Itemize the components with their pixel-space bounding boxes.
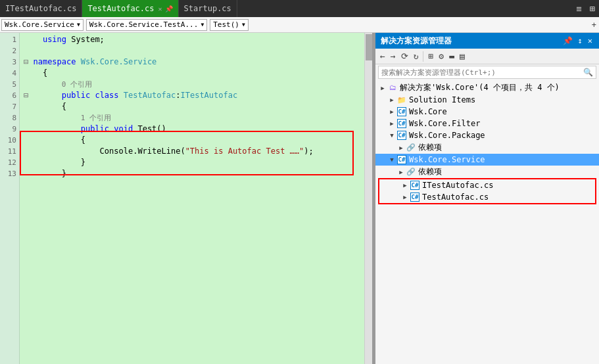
testautofac-arrow[interactable]: ▶ [400,194,410,200]
tree-wsk-service[interactable]: ▼ C# Wsk.Core.Service [375,154,599,166]
deps-package-arrow[interactable]: ▶ [396,145,406,151]
solution-items-label: Solution Items [409,95,475,104]
code-line-12: } [24,157,364,168]
scrollbar-thumb[interactable] [366,34,372,60]
close-panel-btn[interactable]: ✕ [587,36,594,45]
wsk-filter-arrow[interactable]: ▶ [387,120,396,127]
se-refresh-btn[interactable]: ↻ [412,51,421,61]
wsk-service-icon: C# [396,154,407,165]
wsk-package-icon: C# [396,130,407,141]
file-label: Wsk.Core.Service.TestA... [89,20,199,29]
wsk-filter-icon: C# [396,118,407,129]
wsk-core-arrow[interactable]: ▶ [387,108,396,115]
line-7: 7 [0,101,16,112]
se-toolbar: ← → ⟳ ↻ ⊞ ⚙ ▬ ▤ [375,49,599,64]
tree-solution-root[interactable]: ▶ 🗂 解决方案'Wsk.Core'(4 个项目，共 4 个) [375,81,599,94]
code-line-7: { [24,101,364,112]
se-files-red-box: ▶ C# ITestAutofac.cs ▶ C# TestAutofac.cs [378,178,596,204]
itestautofac-arrow[interactable]: ▶ [400,182,410,189]
tree-wsk-filter[interactable]: ▶ C# Wsk.Core.Filter [375,118,599,129]
toolbar-row: Wsk.Core.Service ▼ Wsk.Core.Service.Test… [0,17,599,33]
file-arrow: ▼ [201,22,204,28]
code-line-1: using System; [24,34,364,45]
tree-deps-service[interactable]: ▶ 🔗 依赖项 [375,166,599,178]
se-back-btn[interactable]: ← [378,51,387,61]
header-actions: 📌 ↕ ✕ [562,36,594,45]
close-icon[interactable]: ✕ [158,5,162,12]
deps-package-label: 依赖项 [418,142,442,153]
line-13: 13 [0,168,16,179]
deps-service-icon: 🔗 [406,167,416,177]
tab-testautofac[interactable]: TestAutofac.cs ✕ 📌 [82,0,178,17]
se-expand-btn[interactable]: ▤ [458,51,467,61]
solution-arrow[interactable]: ▶ [378,85,387,91]
se-forward-btn[interactable]: → [389,51,398,61]
tree-wsk-core[interactable]: ▶ C# Wsk.Core [375,106,599,118]
tree-solution-items[interactable]: ▶ 📁 Solution Items [375,94,599,106]
tab-startup-label: Startup.cs [184,4,231,13]
deps-package-icon: 🔗 [406,143,416,153]
code-line-13: } [24,168,364,179]
pin-btn[interactable]: 📌 [562,36,574,45]
se-filter-btn[interactable]: ▬ [447,51,456,61]
tab-itestautofac[interactable]: ITestAutofac.cs [0,0,82,17]
line-9: 9 [0,124,16,135]
tree-testautofac[interactable]: ▶ C# TestAutofac.cs [379,191,595,203]
code-line-6: ⊟ public class TestAutofac:ITestAutofac [24,90,364,101]
se-sep [423,51,423,62]
solution-label: 解决方案'Wsk.Core'(4 个项目，共 4 个) [400,82,560,93]
line-1: 1 [0,34,16,45]
se-copy-btn[interactable]: ⊞ [426,51,435,61]
solution-panel-title: 解决方案资源管理器 [381,35,452,47]
line-11: 11 [0,146,16,157]
code-line-9: public void Test() [24,124,364,135]
code-line-3: ⊟ namespace Wsk.Core.Service [24,57,364,68]
wsk-service-label: Wsk.Core.Service [409,155,485,164]
code-line-4: { [24,68,364,79]
wsk-package-arrow[interactable]: ▼ [387,132,396,139]
tab-testautofac-label: TestAutofac.cs [87,4,154,13]
method-arrow: ▼ [242,22,245,28]
method-dropdown[interactable]: Test() ▼ [210,19,249,31]
line-8: 8 [0,112,16,124]
file-dropdown[interactable]: Wsk.Core.Service.TestA... ▼ [86,19,207,31]
wsk-package-label: Wsk.Core.Package [409,131,485,140]
code-line-8: 1 个引用 [24,112,364,124]
solution-items-arrow[interactable]: ▶ [387,97,396,103]
line-5: 5 [0,79,16,90]
scope-dropdown[interactable]: Wsk.Core.Service ▼ [1,19,84,31]
pin-icon[interactable]: 📌 [165,5,173,12]
method-label: Test() [213,20,239,29]
line-4: 4 [0,68,16,79]
itestautofac-label: ITestAutofac.cs [422,181,493,190]
wsk-core-label: Wsk.Core [409,107,447,116]
testautofac-label: TestAutofac.cs [422,193,489,202]
wsk-service-arrow[interactable]: ▼ [387,156,396,163]
deps-service-arrow[interactable]: ▶ [396,169,406,175]
line-12: 12 [0,157,16,168]
wsk-core-icon: C# [396,106,407,117]
folder-icon: 📁 [396,95,407,105]
tree-itestautofac[interactable]: ▶ C# ITestAutofac.cs [379,179,595,191]
tree-deps-package[interactable]: ▶ 🔗 依赖项 [375,141,599,154]
tab-action-pin[interactable]: ⊞ [586,3,599,14]
line-gutter: 1 2 3 4 5 6 7 8 9 10 11 12 13 [0,33,20,364]
code-line-10: { [24,135,364,146]
editor-scrollbar[interactable] [364,33,372,364]
itestautofac-icon: C# [410,180,420,191]
tab-startup[interactable]: Startup.cs [179,0,237,17]
se-prop-btn[interactable]: ⚙ [437,51,446,61]
code-editor[interactable]: using System; ⊟ namespace Wsk.Core.Servi… [20,33,364,364]
solution-explorer: 解决方案资源管理器 📌 ↕ ✕ ← → ⟳ ↻ ⊞ ⚙ ▬ ▤ 🔍 [375,33,599,364]
se-search-bar[interactable]: 🔍 [378,66,596,79]
main-area: 1 2 3 4 5 6 7 8 9 10 11 12 13 using Syst… [0,33,599,364]
se-sync-btn[interactable]: ⟳ [399,51,410,61]
add-btn[interactable]: + [589,20,599,30]
se-search-icon[interactable]: 🔍 [583,68,593,77]
solution-tree[interactable]: ▶ 🗂 解决方案'Wsk.Core'(4 个项目，共 4 个) ▶ 📁 Solu… [375,80,599,364]
line-3: 3 [0,57,16,68]
tree-wsk-package[interactable]: ▼ C# Wsk.Core.Package [375,129,599,141]
se-search-input[interactable] [381,68,582,77]
tab-action-menu[interactable]: ≡ [572,3,585,14]
arrow-btn[interactable]: ↕ [577,36,584,45]
